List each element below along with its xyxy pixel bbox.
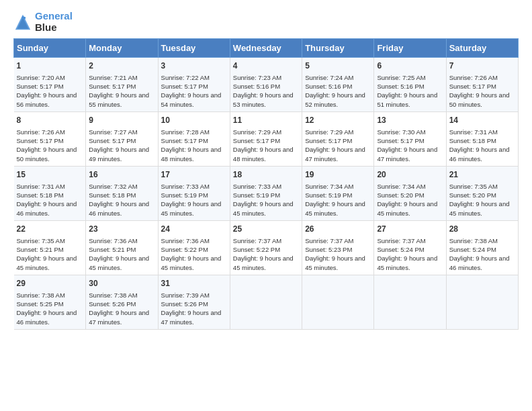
calendar-day-cell: 4Sunrise: 7:23 AM Sunset: 5:16 PM Daylig… <box>230 58 302 112</box>
day-number: 13 <box>377 115 443 126</box>
weekday-header-wednesday: Wednesday <box>230 39 302 58</box>
day-number: 11 <box>233 115 299 126</box>
day-number: 16 <box>89 169 154 181</box>
day-number: 24 <box>161 224 227 235</box>
day-info: Sunrise: 7:26 AM Sunset: 5:17 PM Dayligh… <box>449 74 510 108</box>
header: General Blue <box>13 11 519 33</box>
day-info: Sunrise: 7:37 AM Sunset: 5:22 PM Dayligh… <box>233 237 294 271</box>
calendar-day-cell: 18Sunrise: 7:33 AM Sunset: 5:19 PM Dayli… <box>230 166 302 220</box>
day-info: Sunrise: 7:27 AM Sunset: 5:17 PM Dayligh… <box>89 128 149 163</box>
day-number: 27 <box>377 224 443 235</box>
day-number: 1 <box>17 60 83 72</box>
day-info: Sunrise: 7:38 AM Sunset: 5:26 PM Dayligh… <box>89 291 149 326</box>
calendar-day-cell: 7Sunrise: 7:26 AM Sunset: 5:17 PM Daylig… <box>446 58 518 112</box>
day-info: Sunrise: 7:35 AM Sunset: 5:21 PM Dayligh… <box>17 237 77 271</box>
day-number: 25 <box>233 224 299 235</box>
calendar-day-cell: 20Sunrise: 7:34 AM Sunset: 5:20 PM Dayli… <box>374 166 446 220</box>
day-info: Sunrise: 7:36 AM Sunset: 5:21 PM Dayligh… <box>89 237 149 271</box>
logo: General Blue <box>13 11 73 33</box>
calendar-day-cell: 6Sunrise: 7:25 AM Sunset: 5:16 PM Daylig… <box>374 58 446 112</box>
calendar-day-cell: 28Sunrise: 7:38 AM Sunset: 5:24 PM Dayli… <box>446 220 518 275</box>
day-number: 17 <box>161 169 227 181</box>
day-number: 2 <box>89 60 154 72</box>
calendar-day-cell: 3Sunrise: 7:22 AM Sunset: 5:17 PM Daylig… <box>158 58 230 112</box>
calendar-day-cell: 26Sunrise: 7:37 AM Sunset: 5:23 PM Dayli… <box>302 220 374 275</box>
calendar-day-cell: 9Sunrise: 7:27 AM Sunset: 5:17 PM Daylig… <box>86 111 158 166</box>
day-info: Sunrise: 7:23 AM Sunset: 5:16 PM Dayligh… <box>233 74 294 108</box>
calendar-empty-cell <box>302 275 374 329</box>
day-info: Sunrise: 7:30 AM Sunset: 5:17 PM Dayligh… <box>377 128 437 163</box>
day-number: 23 <box>89 224 154 235</box>
day-number: 7 <box>449 60 515 72</box>
day-info: Sunrise: 7:38 AM Sunset: 5:25 PM Dayligh… <box>17 291 77 326</box>
calendar-week-row: 22Sunrise: 7:35 AM Sunset: 5:21 PM Dayli… <box>14 220 519 275</box>
day-info: Sunrise: 7:29 AM Sunset: 5:17 PM Dayligh… <box>305 128 365 163</box>
calendar-day-cell: 19Sunrise: 7:34 AM Sunset: 5:19 PM Dayli… <box>302 166 374 220</box>
calendar-week-row: 15Sunrise: 7:31 AM Sunset: 5:18 PM Dayli… <box>14 166 519 220</box>
day-info: Sunrise: 7:20 AM Sunset: 5:17 PM Dayligh… <box>17 74 77 108</box>
calendar-day-cell: 11Sunrise: 7:29 AM Sunset: 5:17 PM Dayli… <box>230 111 302 166</box>
day-info: Sunrise: 7:34 AM Sunset: 5:20 PM Dayligh… <box>377 183 437 217</box>
day-info: Sunrise: 7:34 AM Sunset: 5:19 PM Dayligh… <box>305 183 365 217</box>
calendar-day-cell: 29Sunrise: 7:38 AM Sunset: 5:25 PM Dayli… <box>14 275 86 329</box>
day-info: Sunrise: 7:37 AM Sunset: 5:23 PM Dayligh… <box>305 237 365 271</box>
calendar-day-cell: 21Sunrise: 7:35 AM Sunset: 5:20 PM Dayli… <box>446 166 518 220</box>
day-number: 22 <box>17 224 83 235</box>
day-info: Sunrise: 7:33 AM Sunset: 5:19 PM Dayligh… <box>161 183 222 217</box>
day-number: 10 <box>161 115 227 126</box>
calendar-day-cell: 10Sunrise: 7:28 AM Sunset: 5:17 PM Dayli… <box>158 111 230 166</box>
day-info: Sunrise: 7:22 AM Sunset: 5:17 PM Dayligh… <box>161 74 222 108</box>
calendar-day-cell: 12Sunrise: 7:29 AM Sunset: 5:17 PM Dayli… <box>302 111 374 166</box>
logo-icon <box>13 13 32 32</box>
day-info: Sunrise: 7:21 AM Sunset: 5:17 PM Dayligh… <box>89 74 149 108</box>
day-info: Sunrise: 7:36 AM Sunset: 5:22 PM Dayligh… <box>161 237 222 271</box>
day-info: Sunrise: 7:37 AM Sunset: 5:24 PM Dayligh… <box>377 237 437 271</box>
calendar-day-cell: 13Sunrise: 7:30 AM Sunset: 5:17 PM Dayli… <box>374 111 446 166</box>
page-container: General Blue SundayMondayTuesdayWednesda… <box>0 0 532 336</box>
calendar-day-cell: 24Sunrise: 7:36 AM Sunset: 5:22 PM Dayli… <box>158 220 230 275</box>
day-info: Sunrise: 7:39 AM Sunset: 5:26 PM Dayligh… <box>161 291 222 326</box>
calendar-day-cell: 30Sunrise: 7:38 AM Sunset: 5:26 PM Dayli… <box>86 275 158 329</box>
calendar-day-cell: 22Sunrise: 7:35 AM Sunset: 5:21 PM Dayli… <box>14 220 86 275</box>
calendar-day-cell: 8Sunrise: 7:26 AM Sunset: 5:17 PM Daylig… <box>14 111 86 166</box>
weekday-header-friday: Friday <box>374 39 446 58</box>
weekday-header-row: SundayMondayTuesdayWednesdayThursdayFrid… <box>14 39 519 58</box>
day-info: Sunrise: 7:26 AM Sunset: 5:17 PM Dayligh… <box>17 128 77 163</box>
calendar-empty-cell <box>374 275 446 329</box>
weekday-header-monday: Monday <box>86 39 158 58</box>
day-number: 12 <box>305 115 371 126</box>
day-number: 19 <box>305 169 371 181</box>
day-info: Sunrise: 7:24 AM Sunset: 5:16 PM Dayligh… <box>305 74 365 108</box>
calendar-week-row: 1Sunrise: 7:20 AM Sunset: 5:17 PM Daylig… <box>14 58 519 112</box>
day-number: 9 <box>89 115 154 126</box>
calendar-week-row: 8Sunrise: 7:26 AM Sunset: 5:17 PM Daylig… <box>14 111 519 166</box>
day-info: Sunrise: 7:31 AM Sunset: 5:18 PM Dayligh… <box>449 128 510 163</box>
day-info: Sunrise: 7:25 AM Sunset: 5:16 PM Dayligh… <box>377 74 437 108</box>
weekday-header-saturday: Saturday <box>446 39 518 58</box>
day-number: 6 <box>377 60 443 72</box>
day-number: 3 <box>161 60 227 72</box>
day-number: 20 <box>377 169 443 181</box>
calendar-day-cell: 14Sunrise: 7:31 AM Sunset: 5:18 PM Dayli… <box>446 111 518 166</box>
day-info: Sunrise: 7:29 AM Sunset: 5:17 PM Dayligh… <box>233 128 294 163</box>
calendar-day-cell: 2Sunrise: 7:21 AM Sunset: 5:17 PM Daylig… <box>86 58 158 112</box>
logo-text: General Blue <box>35 11 73 33</box>
calendar-day-cell: 5Sunrise: 7:24 AM Sunset: 5:16 PM Daylig… <box>302 58 374 112</box>
day-info: Sunrise: 7:38 AM Sunset: 5:24 PM Dayligh… <box>449 237 510 271</box>
calendar-day-cell: 16Sunrise: 7:32 AM Sunset: 5:18 PM Dayli… <box>86 166 158 220</box>
calendar-day-cell: 27Sunrise: 7:37 AM Sunset: 5:24 PM Dayli… <box>374 220 446 275</box>
calendar-week-row: 29Sunrise: 7:38 AM Sunset: 5:25 PM Dayli… <box>14 275 519 329</box>
day-number: 21 <box>449 169 515 181</box>
day-info: Sunrise: 7:31 AM Sunset: 5:18 PM Dayligh… <box>17 183 77 217</box>
calendar-day-cell: 1Sunrise: 7:20 AM Sunset: 5:17 PM Daylig… <box>14 58 86 112</box>
calendar-empty-cell <box>446 275 518 329</box>
day-number: 29 <box>17 278 83 289</box>
day-number: 26 <box>305 224 371 235</box>
day-number: 5 <box>305 60 371 72</box>
calendar-empty-cell <box>230 275 302 329</box>
calendar-day-cell: 31Sunrise: 7:39 AM Sunset: 5:26 PM Dayli… <box>158 275 230 329</box>
day-number: 15 <box>17 169 83 181</box>
day-number: 31 <box>161 278 227 289</box>
day-info: Sunrise: 7:28 AM Sunset: 5:17 PM Dayligh… <box>161 128 222 163</box>
day-number: 4 <box>233 60 299 72</box>
